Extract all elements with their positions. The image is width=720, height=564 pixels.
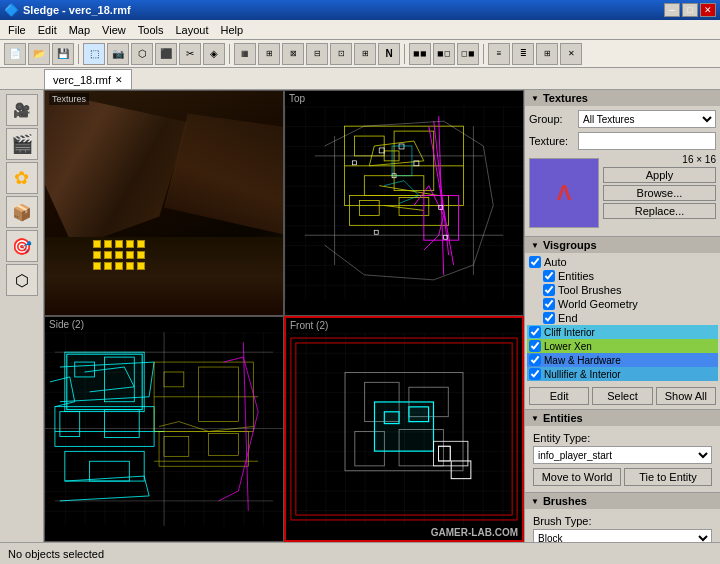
toolbar-entity[interactable]: ⬡ xyxy=(131,43,153,65)
toolbar-new[interactable]: 📄 xyxy=(4,43,26,65)
browse-button[interactable]: Browse... xyxy=(603,185,716,201)
visgroup-entities-check[interactable] xyxy=(543,270,555,282)
toolbar-clip[interactable]: ✂ xyxy=(179,43,201,65)
visgroup-world-geo-label: World Geometry xyxy=(558,298,638,310)
toolbar-open[interactable]: 📂 xyxy=(28,43,50,65)
visgroup-entities: Entities xyxy=(527,269,718,283)
toolbar-vertex[interactable]: ◈ xyxy=(203,43,225,65)
visgroup-lower-xen-label: Lower Xen xyxy=(544,341,592,352)
viewport-top-label: Top xyxy=(289,93,305,104)
texture-lambda-icon: Λ xyxy=(557,180,572,206)
tab-close-btn[interactable]: ✕ xyxy=(115,75,123,85)
toolbar-grid4[interactable]: ⊟ xyxy=(306,43,328,65)
visgroup-maw-check[interactable] xyxy=(529,354,541,366)
entity-type-select[interactable]: info_player_start xyxy=(533,446,712,464)
toolbar-tex4[interactable]: ✕ xyxy=(560,43,582,65)
texture-input[interactable] xyxy=(578,132,716,150)
texture-label: Texture: xyxy=(529,135,574,147)
menu-tools[interactable]: Tools xyxy=(132,22,170,38)
edit-button[interactable]: Edit xyxy=(529,387,589,405)
visgroup-world-geo-check[interactable] xyxy=(543,298,555,310)
visgroup-entities-label: Entities xyxy=(558,270,594,282)
viewport-side[interactable]: Side (2) xyxy=(44,316,284,542)
visgroup-maw-label: Maw & Hardware xyxy=(544,355,621,366)
textures-section-label: Textures xyxy=(543,92,588,104)
close-button[interactable]: ✕ xyxy=(700,3,716,17)
menu-help[interactable]: Help xyxy=(214,22,249,38)
toolbar-tex2[interactable]: ≣ xyxy=(512,43,534,65)
textures-section-header[interactable]: ▼ Textures xyxy=(525,90,720,106)
visgroup-lower-xen: Lower Xen xyxy=(527,339,718,353)
toolbar-grid2[interactable]: ⊞ xyxy=(258,43,280,65)
apply-button[interactable]: Apply xyxy=(603,167,716,183)
toolbar-grid6[interactable]: ⊞ xyxy=(354,43,376,65)
toolbar-grid1[interactable]: ▦ xyxy=(234,43,256,65)
select-button[interactable]: Select xyxy=(592,387,652,405)
tie-to-entity-button[interactable]: Tie to Entity xyxy=(624,468,712,486)
toolbar-brush[interactable]: ⬛ xyxy=(155,43,177,65)
viewport-side-label: Side (2) xyxy=(49,319,84,330)
viewport-front[interactable]: Front (2) xyxy=(284,316,524,542)
toolbar-select[interactable]: ⬚ xyxy=(83,43,105,65)
tab-file[interactable]: verc_18.rmf ✕ xyxy=(44,69,132,89)
menu-file[interactable]: File xyxy=(2,22,32,38)
brushes-section: ▼ Brushes Brush Type: Block Round create… xyxy=(525,493,720,542)
brush-type-select[interactable]: Block xyxy=(533,529,712,542)
replace-button[interactable]: Replace... xyxy=(603,203,716,219)
brushes-section-header[interactable]: ▼ Brushes xyxy=(525,493,720,509)
sidebar-camera-icon[interactable]: 🎥 xyxy=(6,94,38,126)
viewport-front-label: Front (2) xyxy=(290,320,328,331)
visgroup-nullifier-check[interactable] xyxy=(529,368,541,380)
visgroup-auto-label: Auto xyxy=(544,256,567,268)
toolbar-save[interactable]: 💾 xyxy=(52,43,74,65)
visgroup-end: End xyxy=(527,311,718,325)
toolbar-tex1[interactable]: ≡ xyxy=(488,43,510,65)
toolbar-compile3[interactable]: ◻◼ xyxy=(457,43,479,65)
entities-collapse-arrow: ▼ xyxy=(531,414,539,423)
viewport-3d[interactable]: Textures xyxy=(44,90,284,316)
entities-section-header[interactable]: ▼ Entities xyxy=(525,410,720,426)
textures-collapse-arrow: ▼ xyxy=(531,94,539,103)
toolbar-n[interactable]: N xyxy=(378,43,400,65)
tab-label: verc_18.rmf xyxy=(53,74,111,86)
minimize-button[interactable]: ─ xyxy=(664,3,680,17)
toolbar-grid5[interactable]: ⊡ xyxy=(330,43,352,65)
visgroup-auto-check[interactable] xyxy=(529,256,541,268)
sidebar-cube-icon[interactable]: ⬡ xyxy=(6,264,38,296)
visgroup-maw-hardware: Maw & Hardware xyxy=(527,353,718,367)
show-all-button[interactable]: Show All xyxy=(656,387,716,405)
toolbar-compile1[interactable]: ◼◼ xyxy=(409,43,431,65)
visgroup-tool-brushes-check[interactable] xyxy=(543,284,555,296)
group-select[interactable]: All Textures xyxy=(578,110,716,128)
visgroup-end-check[interactable] xyxy=(543,312,555,324)
toolbar-tex3[interactable]: ⊞ xyxy=(536,43,558,65)
menu-map[interactable]: Map xyxy=(63,22,96,38)
visgroup-tool-brushes-label: Tool Brushes xyxy=(558,284,622,296)
visgroup-nullifier: Nullifier & Interior xyxy=(527,367,718,381)
visgroups-section-header[interactable]: ▼ Visgroups xyxy=(525,237,720,253)
sidebar-movie-icon[interactable]: 🎬 xyxy=(6,128,38,160)
visgroup-auto: Auto xyxy=(527,255,718,269)
svg-rect-60 xyxy=(409,407,429,422)
sidebar-box-icon[interactable]: 📦 xyxy=(6,196,38,228)
sidebar-flower-icon[interactable]: ✿ xyxy=(6,162,38,194)
viewport-top[interactable]: Top xyxy=(284,90,524,316)
toolbar-grid3[interactable]: ⊠ xyxy=(282,43,304,65)
toolbar-compile2[interactable]: ◼◻ xyxy=(433,43,455,65)
svg-rect-0 xyxy=(285,106,523,299)
yellow-boxes xyxy=(93,240,145,270)
entities-section: ▼ Entities Entity Type: info_player_star… xyxy=(525,410,720,493)
title-bar: 🔷 Sledge - verc_18.rmf ─ □ ✕ xyxy=(0,0,720,20)
menu-layout[interactable]: Layout xyxy=(169,22,214,38)
visgroup-lower-xen-check[interactable] xyxy=(529,340,541,352)
toolbar-sep4 xyxy=(483,44,484,64)
move-to-world-button[interactable]: Move to World xyxy=(533,468,621,486)
sidebar-target-icon[interactable]: 🎯 xyxy=(6,230,38,262)
menu-view[interactable]: View xyxy=(96,22,132,38)
visgroup-cliff-check[interactable] xyxy=(529,326,541,338)
maximize-button[interactable]: □ xyxy=(682,3,698,17)
visgroup-nullifier-label: Nullifier & Interior xyxy=(544,369,621,380)
visgroup-buttons: Edit Select Show All xyxy=(525,383,720,409)
menu-edit[interactable]: Edit xyxy=(32,22,63,38)
toolbar-camera[interactable]: 📷 xyxy=(107,43,129,65)
